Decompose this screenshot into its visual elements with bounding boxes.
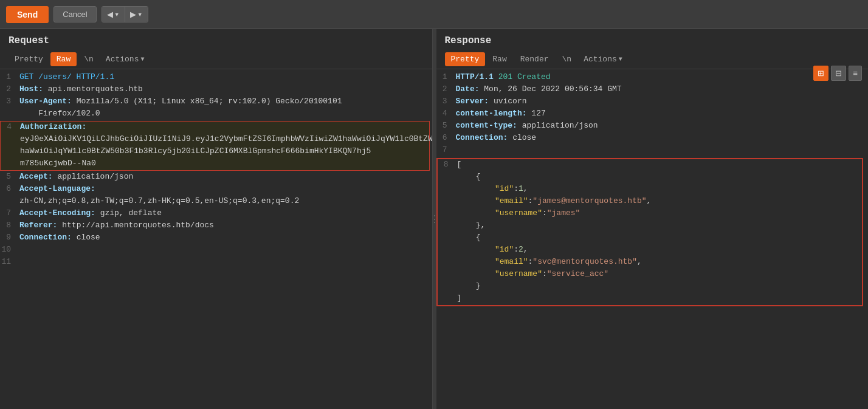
request-line-6: 6 Accept-Language:	[0, 184, 432, 196]
view-columns-button[interactable]: ⊟	[831, 66, 846, 81]
request-line-7: 7 Accept-Encoding: gzip, deflate	[0, 208, 432, 220]
view-grid-button[interactable]: ⊞	[813, 66, 828, 81]
tab-response-actions[interactable]: Actions ▼	[579, 52, 627, 66]
request-line-3b: Firefox/102.0	[0, 108, 432, 120]
response-panel-title: Response	[436, 29, 869, 50]
tab-response-render[interactable]: Render	[514, 52, 555, 66]
response-line-19: ]	[438, 293, 863, 305]
nav-button-group: ◀ ▼ ▶ ▼	[102, 6, 148, 22]
request-panel-title: Request	[0, 29, 432, 50]
response-line-17: "username":"service_acc"	[438, 269, 863, 281]
main-layout: Request Pretty Raw \n Actions ▼ 1 GET /u…	[0, 29, 868, 409]
response-content: 1 HTTP/1.1 201 Created 2 Date: Mon, 26 D…	[436, 69, 869, 409]
request-line-9: 9 Connection: close	[0, 232, 432, 244]
tab-response-raw[interactable]: Raw	[486, 52, 512, 66]
response-line-11: "email":"james@mentorquotes.htb",	[438, 196, 863, 208]
response-line-9: {	[438, 171, 863, 184]
back-arrow-icon: ◀	[107, 10, 113, 19]
request-panel: Request Pretty Raw \n Actions ▼ 1 GET /u…	[0, 29, 433, 409]
request-line-1: 1 GET /users/ HTTP/1.1	[0, 72, 432, 84]
response-line-8: 8 [	[438, 159, 863, 171]
view-list-button[interactable]: ≡	[849, 66, 862, 81]
forward-arrow-icon: ▶	[130, 10, 136, 19]
request-line-3: 3 User-Agent: Mozilla/5.0 (X11; Linux x8…	[0, 96, 432, 108]
response-line-14: {	[438, 232, 863, 244]
tab-request-newline[interactable]: \n	[78, 52, 100, 66]
response-line-3: 3 Server: uvicorn	[436, 96, 869, 108]
dropdown-arrow-icon-2: ▼	[137, 12, 143, 18]
request-line-4: 4 Authorization:	[1, 122, 429, 134]
request-line-6b: zh-CN,zh;q=0.8,zh-TW;q=0.7,zh-HK;q=0.5,e…	[0, 196, 432, 208]
response-line-18: }	[438, 281, 863, 293]
tab-request-raw[interactable]: Raw	[50, 52, 77, 66]
view-icons: ⊞ ⊟ ≡	[813, 66, 862, 81]
request-line-4c: m785uKcjwbD--Na0	[1, 158, 429, 170]
request-line-10: 10	[0, 244, 432, 256]
response-line-1: 1 HTTP/1.1 201 Created	[436, 72, 869, 84]
request-line-11: 11	[0, 256, 432, 269]
tab-response-newline[interactable]: \n	[556, 52, 578, 66]
send-button[interactable]: Send	[6, 6, 49, 23]
response-actions-label: Actions	[584, 55, 617, 64]
response-line-5: 5 content-type: application/json	[436, 120, 869, 132]
response-line-10: "id":1,	[438, 184, 863, 196]
nav-back-button[interactable]: ◀ ▼	[102, 7, 125, 22]
request-line-4a: eyJ0eXAiOiJKV1QiLCJhbGciOiJIUzI1NiJ9.eyJ…	[1, 134, 429, 146]
response-line-13: },	[438, 220, 863, 232]
actions-label: Actions	[106, 55, 139, 64]
response-actions-chevron-icon: ▼	[619, 56, 622, 63]
tab-response-pretty[interactable]: Pretty	[445, 52, 486, 66]
request-content: 1 GET /users/ HTTP/1.1 2 Host: api.mento…	[0, 69, 432, 409]
request-line-5: 5 Accept: application/json	[0, 171, 432, 184]
response-tab-bar: Pretty Raw Render \n Actions ▼	[436, 50, 869, 69]
request-line-8: 8 Referer: http://api.mentorquotes.htb/d…	[0, 220, 432, 232]
response-line-2: 2 Date: Mon, 26 Dec 2022 00:56:34 GMT	[436, 84, 869, 96]
response-panel: ⊞ ⊟ ≡ Response Pretty Raw Render \n Acti…	[436, 29, 869, 409]
tab-request-pretty[interactable]: Pretty	[9, 52, 49, 66]
response-line-6: 6 Connection: close	[436, 132, 869, 145]
actions-chevron-icon: ▼	[140, 56, 144, 63]
toolbar: Send Cancel ◀ ▼ ▶ ▼	[0, 0, 868, 29]
tab-request-actions[interactable]: Actions ▼	[101, 52, 150, 66]
response-line-16: "email":"svc@mentorquotes.htb",	[438, 256, 863, 269]
nav-forward-button[interactable]: ▶ ▼	[125, 7, 148, 22]
response-line-15: "id":2,	[438, 244, 863, 256]
request-line-2: 2 Host: api.mentorquotes.htb	[0, 84, 432, 96]
response-line-12: "username":"james"	[438, 208, 863, 220]
request-tab-bar: Pretty Raw \n Actions ▼	[0, 50, 432, 69]
request-line-4b: haWwiOiJqYW1lc0BtZW50b3F1b3Rlcy5jb20iLCJ…	[1, 146, 429, 158]
response-line-4: 4 content-length: 127	[436, 108, 869, 120]
dropdown-arrow-icon: ▼	[114, 12, 120, 18]
response-line-7: 7	[436, 145, 869, 157]
cancel-button[interactable]: Cancel	[53, 6, 96, 22]
